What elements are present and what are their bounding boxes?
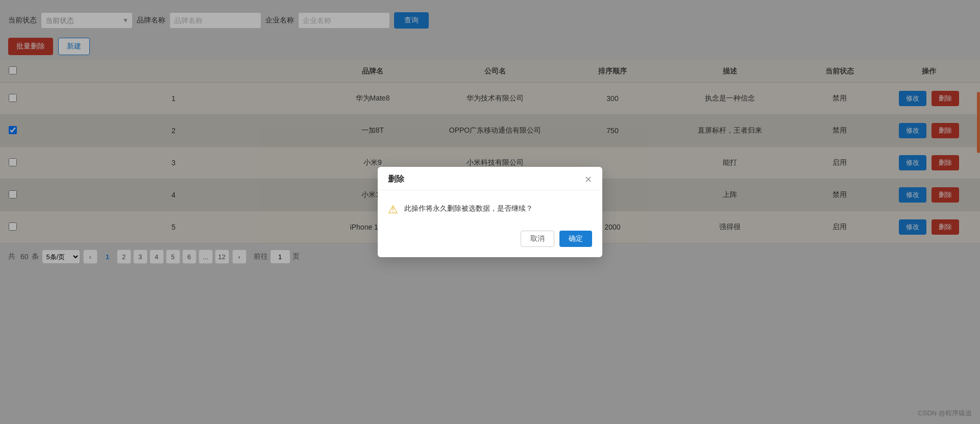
cancel-button[interactable]: 取消 [521,231,554,247]
dialog-close-button[interactable]: ✕ [584,175,592,184]
delete-dialog: 删除 ✕ ⚠ 此操作将永久删除被选数据，是否继续？ 取消 确定 [378,167,602,257]
dialog-overlay: 删除 ✕ ⚠ 此操作将永久删除被选数据，是否继续？ 取消 确定 [0,0,980,424]
dialog-header: 删除 ✕ [378,167,602,190]
dialog-message: 此操作将永久删除被选数据，是否继续？ [404,203,533,214]
dialog-body: ⚠ 此操作将永久删除被选数据，是否继续？ [378,190,602,227]
dialog-title: 删除 [388,174,404,185]
confirm-button[interactable]: 确定 [559,231,592,247]
warning-icon: ⚠ [388,203,398,216]
dialog-footer: 取消 确定 [378,227,602,257]
